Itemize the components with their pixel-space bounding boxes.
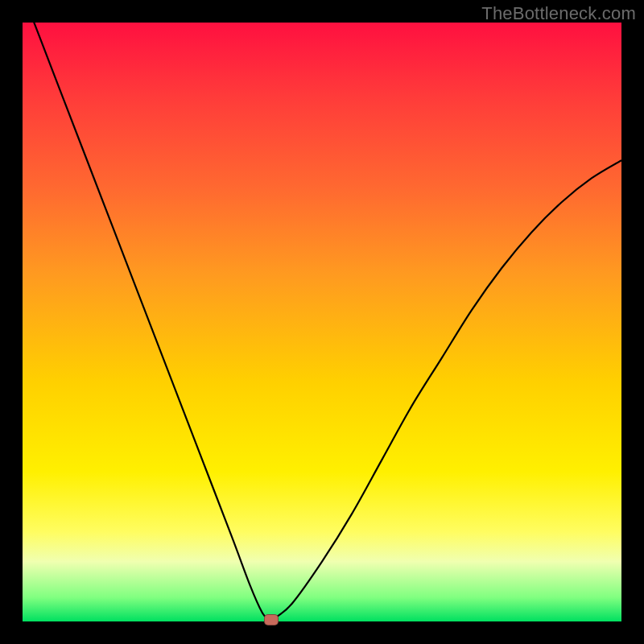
curve-path — [23, 23, 621, 620]
plot-area — [23, 23, 621, 621]
bottleneck-curve — [23, 23, 621, 621]
chart-frame: TheBottleneck.com — [0, 0, 644, 644]
watermark-text: TheBottleneck.com — [481, 3, 636, 24]
optimum-marker — [264, 614, 279, 625]
